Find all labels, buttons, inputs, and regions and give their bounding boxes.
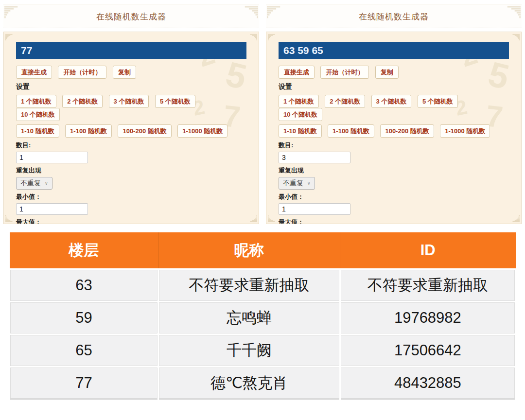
preset-range-row: 1-10 随机数 1-100 随机数 100-200 随机数 1-1000 随机… (16, 124, 246, 138)
panel-header: 在线随机数生成器 (266, 4, 522, 28)
preset-range-100-200[interactable]: 100-200 随机数 (380, 124, 434, 138)
generator-panel-left: 在线随机数生成器 2 5 7 2 77 直接生成 开始（计时） 复制 设置 (3, 4, 259, 224)
preset-10-random[interactable]: 10 个随机数 (279, 108, 322, 121)
count-label: 数目: (16, 141, 246, 150)
cell-nickname: 忘鸣蝉 (158, 301, 340, 334)
repeat-select[interactable]: 不重复 ∨ (16, 177, 52, 190)
page-title: 在线随机数生成器 (266, 4, 522, 30)
preset-count-row: 1 个随机数 2 个随机数 3 个随机数 5 个随机数 10 个随机数 (16, 95, 246, 121)
cell-id: 48432885 (340, 367, 515, 399)
max-label: 最大值： (16, 218, 246, 224)
cell-nickname: 德℃熬克肖 (158, 367, 340, 399)
count-input[interactable] (279, 152, 350, 163)
generate-button[interactable]: 直接生成 (279, 66, 315, 79)
settings-label: 设置 (279, 83, 509, 91)
corner-flourish-icon (4, 6, 19, 18)
panel-body: 2 5 7 2 63 59 65 直接生成 开始（计时） 复制 设置 1 个随机… (266, 32, 522, 224)
preset-1-random[interactable]: 1 个随机数 (279, 95, 319, 108)
repeat-select-value: 不重复 (20, 179, 41, 188)
cell-floor: 65 (10, 334, 158, 367)
repeat-label: 重复出现 (16, 166, 246, 175)
table-header-row: 楼层 昵称 ID (10, 232, 516, 269)
cell-id: 19768982 (340, 301, 515, 334)
generator-panels: 在线随机数生成器 2 5 7 2 77 直接生成 开始（计时） 复制 设置 (3, 4, 522, 224)
cell-nickname: 千千阙 (158, 334, 340, 367)
copy-button[interactable]: 复制 (375, 66, 399, 79)
preset-3-random[interactable]: 3 个随机数 (371, 95, 412, 108)
column-header-nickname: 昵称 (158, 232, 340, 269)
min-label: 最小值： (16, 192, 246, 201)
min-input[interactable] (16, 203, 88, 215)
table-row: 77 德℃熬克肖 48432885 (10, 367, 516, 399)
chevron-down-icon: ∨ (307, 181, 311, 186)
generate-button[interactable]: 直接生成 (16, 66, 52, 79)
max-label: 最大值： (279, 218, 509, 224)
preset-1-random[interactable]: 1 个随机数 (16, 95, 56, 108)
result-display: 77 (16, 42, 246, 59)
preset-count-row: 1 个随机数 2 个随机数 3 个随机数 5 个随机数 10 个随机数 (279, 95, 509, 121)
preset-range-100-200[interactable]: 100-200 随机数 (118, 124, 171, 138)
min-input[interactable] (279, 203, 350, 215)
cell-id: 17506642 (340, 334, 515, 367)
preset-range-1-10[interactable]: 1-10 随机数 (279, 124, 322, 138)
cell-nickname: 不符要求重新抽取 (158, 269, 340, 301)
column-header-floor: 楼层 (10, 232, 158, 269)
preset-2-random[interactable]: 2 个随机数 (62, 95, 103, 108)
table-row: 59 忘鸣蝉 19768982 (10, 301, 516, 334)
preset-range-1-1000[interactable]: 1-1000 随机数 (177, 124, 228, 138)
min-label: 最小值： (279, 192, 509, 201)
action-buttons: 直接生成 开始（计时） 复制 (16, 66, 246, 79)
result-display: 63 59 65 (279, 42, 509, 59)
column-header-id: ID (340, 232, 515, 269)
preset-range-1-1000[interactable]: 1-1000 随机数 (440, 124, 490, 138)
count-input[interactable] (16, 152, 88, 163)
preset-10-random[interactable]: 10 个随机数 (16, 108, 60, 121)
cell-floor: 59 (10, 301, 158, 334)
panel-header: 在线随机数生成器 (3, 4, 259, 28)
repeat-label: 重复出现 (279, 166, 509, 175)
corner-flourish-icon (244, 6, 258, 18)
action-buttons: 直接生成 开始（计时） 复制 (279, 66, 509, 79)
page-title: 在线随机数生成器 (3, 4, 259, 30)
table-row: 65 千千阙 17506642 (10, 334, 516, 367)
chevron-down-icon: ∨ (45, 181, 48, 186)
corner-flourish-icon (267, 6, 281, 18)
cell-id: 不符要求重新抽取 (340, 269, 515, 301)
preset-5-random[interactable]: 5 个随机数 (155, 95, 195, 108)
panel-body: 2 5 7 2 77 直接生成 开始（计时） 复制 设置 1 个随机数 2 个随… (3, 32, 259, 224)
repeat-select-value: 不重复 (283, 179, 303, 188)
preset-range-1-10[interactable]: 1-10 随机数 (16, 124, 59, 138)
count-label: 数目: (279, 141, 509, 150)
repeat-select[interactable]: 不重复 ∨ (279, 177, 315, 190)
table-row: 63 不符要求重新抽取 不符要求重新抽取 (10, 269, 516, 301)
cell-floor: 63 (10, 269, 158, 301)
preset-range-row: 1-10 随机数 1-100 随机数 100-200 随机数 1-1000 随机… (279, 124, 509, 138)
start-timer-button[interactable]: 开始（计时） (58, 66, 106, 79)
copy-button[interactable]: 复制 (113, 66, 136, 79)
draw-results-table: 楼层 昵称 ID 63 不符要求重新抽取 不符要求重新抽取 59 忘鸣蝉 197… (9, 232, 516, 400)
preset-2-random[interactable]: 2 个随机数 (325, 95, 365, 108)
start-timer-button[interactable]: 开始（计时） (320, 66, 369, 79)
settings-label: 设置 (16, 83, 246, 91)
corner-flourish-icon (506, 6, 521, 18)
generator-panel-right: 在线随机数生成器 2 5 7 2 63 59 65 直接生成 开始（计时） 复制… (266, 4, 522, 224)
preset-range-1-100[interactable]: 1-100 随机数 (65, 124, 112, 138)
cell-floor: 77 (10, 367, 158, 399)
preset-range-1-100[interactable]: 1-100 随机数 (328, 124, 374, 138)
preset-5-random[interactable]: 5 个随机数 (418, 95, 458, 108)
preset-3-random[interactable]: 3 个随机数 (109, 95, 149, 108)
